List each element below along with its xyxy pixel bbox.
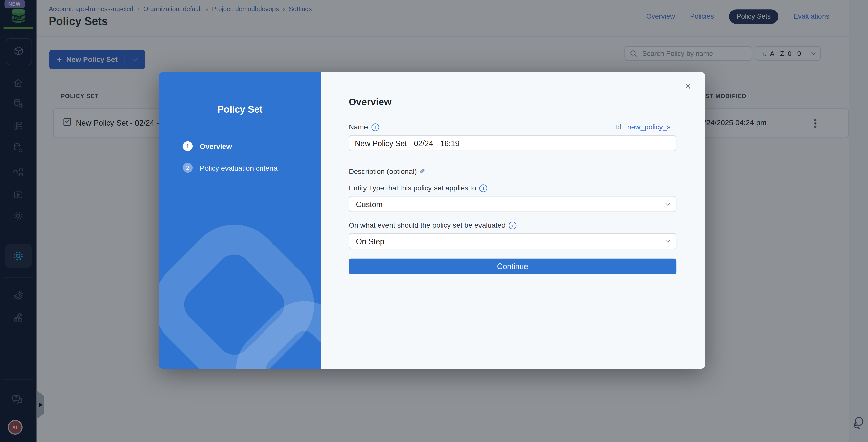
wizard-steps: 1 Overview 2 Policy evaluation criteria — [183, 141, 321, 173]
chevron-down-icon — [665, 201, 670, 206]
step-number: 2 — [183, 163, 193, 173]
description-label: Description (optional) — [349, 167, 417, 175]
wizard-title: Policy Set — [159, 104, 321, 115]
close-icon[interactable]: × — [685, 81, 691, 92]
policy-set-wizard-modal: Policy Set 1 Overview 2 Policy evaluatio… — [159, 72, 706, 369]
entity-type-label-row: Entity Type that this policy set applies… — [349, 184, 676, 192]
event-label-row: On what event should the policy set be e… — [349, 221, 676, 229]
event-select[interactable]: On Step — [349, 233, 676, 249]
name-input[interactable] — [349, 135, 676, 151]
wizard-form-panel: × Overview Name Id : new_policy_s... Des… — [321, 72, 705, 369]
step-label: Policy evaluation criteria — [200, 164, 278, 172]
entity-id-link[interactable]: new_policy_s... — [627, 123, 677, 131]
entity-id: Id : new_policy_s... — [615, 123, 676, 131]
description-row: Description (optional) — [349, 167, 676, 175]
step-number: 1 — [183, 141, 193, 151]
wizard-step-overview[interactable]: 1 Overview — [183, 141, 321, 151]
event-label: On what event should the policy set be e… — [349, 221, 517, 229]
continue-button[interactable]: Continue — [349, 259, 676, 274]
step-label: Overview — [200, 142, 232, 150]
step-heading: Overview — [349, 97, 676, 108]
entity-type-label: Entity Type that this policy set applies… — [349, 184, 487, 192]
info-icon[interactable] — [479, 184, 487, 192]
event-value: On Step — [356, 237, 384, 245]
entity-type-select[interactable]: Custom — [349, 196, 676, 212]
name-label-row: Name Id : new_policy_s... — [349, 123, 676, 131]
edit-pencil-icon[interactable] — [419, 167, 425, 175]
wizard-nav-panel: Policy Set 1 Overview 2 Policy evaluatio… — [159, 72, 321, 369]
wizard-step-evaluation-criteria[interactable]: 2 Policy evaluation criteria — [183, 163, 321, 173]
harness-watermark-logo — [159, 216, 321, 369]
info-icon[interactable] — [371, 123, 379, 131]
entity-type-value: Custom — [356, 200, 383, 208]
chevron-down-icon — [665, 238, 670, 243]
info-icon[interactable] — [509, 221, 517, 229]
screen: Account: app-harness-ng-cicd › Organizat… — [0, 0, 868, 442]
name-label: Name — [349, 123, 379, 131]
